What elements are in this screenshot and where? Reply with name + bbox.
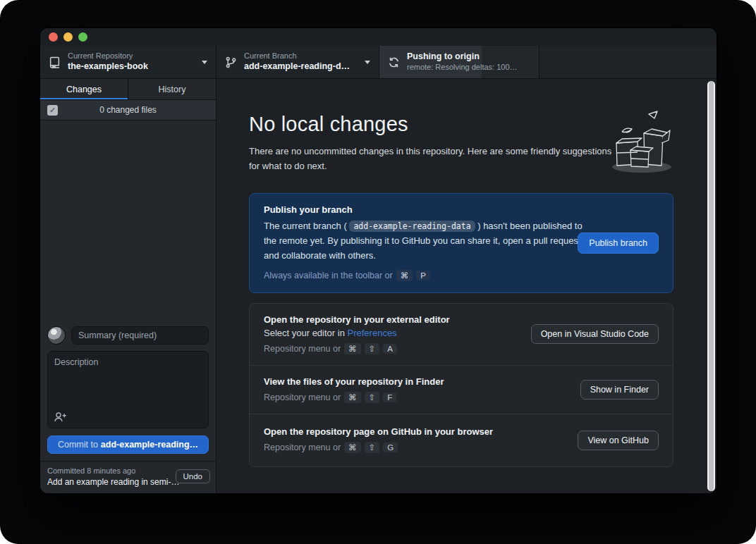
publish-branch-button[interactable]: Publish branch	[578, 233, 659, 254]
select-all-checkbox[interactable]: ✓	[47, 105, 58, 116]
window-titlebar[interactable]	[40, 28, 717, 46]
suggestion-row-editor: Open the repository in your external edi…	[250, 304, 673, 365]
cmd-key: ⌘	[344, 343, 361, 354]
shift-key: ⇧	[365, 392, 380, 403]
cmd-key: ⌘	[344, 392, 361, 403]
sidebar-tabs: Changes History	[40, 79, 216, 100]
repo-icon	[49, 56, 61, 68]
commit-button[interactable]: Commit to add-example-reading…	[47, 435, 209, 454]
changed-files-list	[40, 120, 216, 319]
branch-label: Current Branch	[244, 51, 350, 61]
publish-body-before: The current branch (	[264, 221, 347, 231]
repository-name: the-examples-book	[68, 61, 148, 73]
open-in-editor-button[interactable]: Open in Visual Studio Code	[531, 324, 659, 344]
minimize-window-button[interactable]	[63, 32, 73, 42]
commit-button-branch: add-example-reading…	[101, 440, 198, 450]
cmd-key: ⌘	[344, 442, 361, 453]
commit-description-input[interactable]	[48, 352, 208, 411]
p-key: P	[416, 271, 430, 280]
chevron-down-icon	[365, 61, 370, 64]
branch-name: add-example-reading-d…	[244, 61, 350, 73]
view-on-github-button[interactable]: View on GitHub	[578, 431, 659, 450]
commit-button-prefix: Commit to	[58, 440, 98, 450]
a-key: A	[383, 344, 397, 354]
preferences-link[interactable]: Preferences	[348, 328, 397, 338]
g-key: G	[383, 443, 398, 452]
page-subtitle: There are no uncommitted changes in this…	[249, 144, 616, 174]
show-in-finder-button[interactable]: Show in Finder	[580, 380, 659, 400]
sync-icon	[388, 56, 400, 68]
publish-card-title: Publish your branch	[264, 204, 659, 215]
avatar	[47, 326, 66, 345]
push-title: Pushing to origin	[407, 51, 518, 63]
tab-history[interactable]: History	[128, 79, 216, 99]
current-repository-button[interactable]: Current Repository the-examples-book	[40, 46, 217, 78]
f-key: F	[383, 392, 396, 402]
publish-shortcut-hint: Always available in the toolbar or ⌘ P	[264, 270, 659, 281]
hint-text: Repository menu or	[264, 443, 341, 452]
tab-changes[interactable]: Changes	[40, 79, 128, 99]
shift-key: ⇧	[365, 442, 380, 453]
undo-button[interactable]: Undo	[176, 469, 211, 483]
shift-key: ⇧	[365, 343, 380, 354]
traffic-lights	[49, 32, 87, 42]
git-branch-icon	[225, 56, 237, 68]
suggestion-row-github: Open the repository page on GitHub in yo…	[250, 414, 673, 466]
suggestions-box: Open the repository in your external edi…	[249, 303, 673, 467]
zoom-window-button[interactable]	[78, 32, 87, 42]
cmd-key: ⌘	[396, 270, 413, 281]
close-window-button[interactable]	[49, 32, 58, 42]
main-panel: No local changes There are no uncommitte…	[217, 79, 717, 493]
commit-summary-input[interactable]	[71, 326, 209, 345]
branch-code-chip: add-example-reading-data	[349, 221, 475, 232]
current-branch-button[interactable]: Current Branch add-example-reading-d…	[217, 46, 379, 78]
sidebar: Changes History ✓ 0 changed files	[40, 79, 217, 493]
commit-description-box	[47, 351, 209, 428]
suggestion-row-finder: View the files of your repository in Fin…	[250, 365, 673, 414]
repository-label: Current Repository	[68, 51, 148, 61]
editor-line2-text: Select your editor in	[264, 328, 345, 338]
changed-files-count: 0 changed files	[99, 105, 157, 115]
github-desktop-window: Current Repository the-examples-book Cur…	[40, 28, 717, 493]
changed-files-header[interactable]: ✓ 0 changed files	[40, 100, 216, 120]
push-detail: remote: Resolving deltas: 100…	[407, 63, 518, 73]
commit-editor: Commit to add-example-reading…	[40, 319, 216, 461]
last-commit-bar: Committed 8 minutes ago Add an example r…	[40, 461, 216, 493]
vertical-scrollbar[interactable]	[707, 81, 715, 491]
add-coauthor-icon[interactable]	[54, 411, 66, 424]
hint-text: Repository menu or	[264, 392, 341, 402]
push-to-origin-button[interactable]: Pushing to origin remote: Resolving delt…	[379, 46, 539, 78]
chevron-down-icon	[202, 61, 207, 64]
publish-hint-text: Always available in the toolbar or	[264, 271, 393, 280]
suggestion-title: Open the repository in your external edi…	[264, 314, 659, 325]
publish-card-body: The current branch ( add-example-reading…	[264, 218, 592, 264]
suggestion-hint: Repository menu or ⌘ ⇧ A	[264, 343, 659, 354]
publish-branch-card: Publish your branch The current branch (…	[249, 193, 673, 293]
hint-text: Repository menu or	[264, 344, 341, 354]
desktop-background: Current Repository the-examples-book Cur…	[0, 0, 756, 544]
toolbar: Current Repository the-examples-book Cur…	[40, 46, 717, 79]
empty-state-illustration	[605, 109, 676, 176]
